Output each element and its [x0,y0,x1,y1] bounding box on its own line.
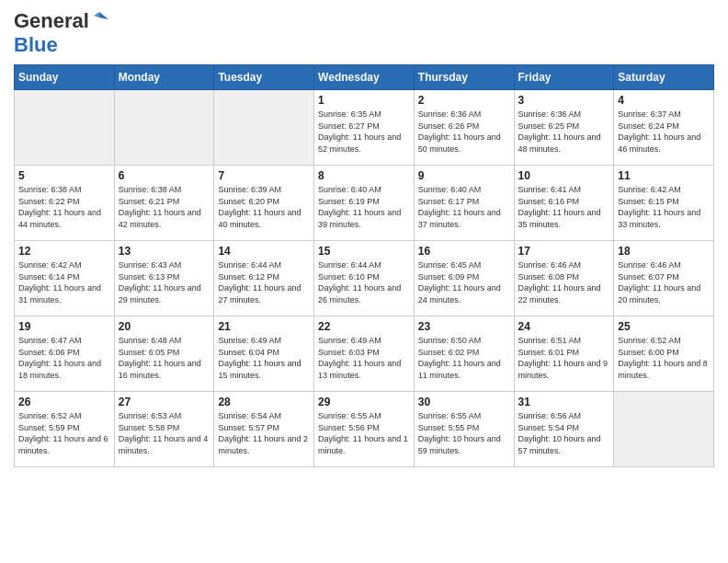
sunrise-text: Sunrise: 6:44 AM [218,259,310,271]
sunrise-text: Sunrise: 6:40 AM [418,184,510,196]
sunset-text: Sunset: 6:01 PM [518,347,610,359]
daylight-text: Daylight: 11 hours and 20 minutes. [618,282,710,305]
calendar-cell: 21Sunrise: 6:49 AMSunset: 6:04 PMDayligh… [214,316,314,392]
sunrise-text: Sunrise: 6:37 AM [618,109,710,121]
sunset-text: Sunset: 6:00 PM [618,347,710,359]
calendar-cell: 5Sunrise: 6:38 AMSunset: 6:22 PMDaylight… [15,166,115,241]
daylight-text: Daylight: 11 hours and 8 minutes. [618,358,710,381]
daylight-text: Daylight: 10 hours and 57 minutes. [518,433,610,456]
sunrise-text: Sunrise: 6:36 AM [518,109,610,121]
sunrise-text: Sunrise: 6:45 AM [418,259,510,271]
daylight-text: Daylight: 11 hours and 26 minutes. [318,282,410,305]
day-info: Sunrise: 6:45 AMSunset: 6:09 PMDaylight:… [418,259,510,305]
day-number: 29 [318,396,410,408]
day-number: 4 [618,94,710,107]
day-number: 14 [218,245,310,258]
day-number: 6 [119,169,210,182]
day-info: Sunrise: 6:55 AMSunset: 5:55 PMDaylight:… [418,410,510,456]
day-info: Sunrise: 6:53 AMSunset: 5:58 PMDaylight:… [119,410,210,456]
day-info: Sunrise: 6:40 AMSunset: 6:19 PMDaylight:… [318,184,410,230]
sunset-text: Sunset: 6:04 PM [218,347,310,359]
col-friday: Friday [514,65,614,90]
sunset-text: Sunset: 5:56 PM [318,422,410,434]
sunset-text: Sunset: 6:22 PM [18,196,110,208]
daylight-text: Daylight: 11 hours and 50 minutes. [418,132,510,155]
daylight-text: Daylight: 11 hours and 13 minutes. [318,358,410,381]
day-number: 1 [318,94,410,107]
daylight-text: Daylight: 11 hours and 39 minutes. [318,207,410,230]
sunset-text: Sunset: 5:58 PM [119,422,210,434]
calendar-week-row: 12Sunrise: 6:42 AMSunset: 6:14 PMDayligh… [15,241,714,316]
sunset-text: Sunset: 5:55 PM [418,422,510,434]
daylight-text: Daylight: 11 hours and 11 minutes. [418,358,510,381]
sunrise-text: Sunrise: 6:52 AM [18,410,110,422]
day-info: Sunrise: 6:35 AMSunset: 6:27 PMDaylight:… [318,109,410,155]
day-info: Sunrise: 6:46 AMSunset: 6:08 PMDaylight:… [518,259,610,305]
sunset-text: Sunset: 5:59 PM [18,422,110,434]
day-number: 5 [18,169,110,182]
sunset-text: Sunset: 6:07 PM [618,271,710,283]
day-info: Sunrise: 6:44 AMSunset: 6:12 PMDaylight:… [218,259,310,305]
calendar-cell: 3Sunrise: 6:36 AMSunset: 6:25 PMDaylight… [514,90,614,166]
sunset-text: Sunset: 6:27 PM [318,121,410,132]
day-info: Sunrise: 6:47 AMSunset: 6:06 PMDaylight:… [18,335,110,381]
day-info: Sunrise: 6:46 AMSunset: 6:07 PMDaylight:… [618,259,710,305]
day-info: Sunrise: 6:38 AMSunset: 6:21 PMDaylight:… [119,184,210,230]
day-number: 20 [119,320,210,333]
sunrise-text: Sunrise: 6:35 AM [318,109,410,121]
sunset-text: Sunset: 6:14 PM [18,271,110,283]
day-info: Sunrise: 6:51 AMSunset: 6:01 PMDaylight:… [518,335,610,381]
day-number: 12 [18,245,110,258]
daylight-text: Daylight: 11 hours and 4 minutes. [119,433,210,456]
sunset-text: Sunset: 6:08 PM [518,271,610,283]
day-info: Sunrise: 6:48 AMSunset: 6:05 PMDaylight:… [119,335,210,381]
day-info: Sunrise: 6:49 AMSunset: 6:03 PMDaylight:… [318,335,410,381]
daylight-text: Daylight: 11 hours and 42 minutes. [119,207,210,230]
sunset-text: Sunset: 6:17 PM [418,196,510,208]
day-number: 16 [418,245,510,258]
sunrise-text: Sunrise: 6:36 AM [418,109,510,121]
day-info: Sunrise: 6:42 AMSunset: 6:15 PMDaylight:… [618,184,710,230]
sunset-text: Sunset: 6:20 PM [218,196,310,208]
calendar-cell: 20Sunrise: 6:48 AMSunset: 6:05 PMDayligh… [114,316,214,392]
daylight-text: Daylight: 11 hours and 1 minute. [318,433,410,456]
day-number: 8 [318,169,410,182]
calendar-cell: 2Sunrise: 6:36 AMSunset: 6:26 PMDaylight… [414,90,514,166]
sunrise-text: Sunrise: 6:52 AM [618,335,710,347]
calendar-header-row: Sunday Monday Tuesday Wednesday Thursday… [15,65,714,90]
calendar-cell [214,90,314,166]
day-number: 30 [418,396,510,408]
calendar-cell [614,392,714,467]
logo-general-text: General [14,9,89,33]
logo-blue-text: Blue [14,33,58,56]
sunrise-text: Sunrise: 6:50 AM [418,335,510,347]
calendar-cell: 25Sunrise: 6:52 AMSunset: 6:00 PMDayligh… [614,316,714,392]
col-sunday: Sunday [15,65,115,90]
sunset-text: Sunset: 6:15 PM [618,196,710,208]
day-number: 11 [618,169,710,182]
sunrise-text: Sunrise: 6:55 AM [318,410,410,422]
sunset-text: Sunset: 6:09 PM [418,271,510,283]
daylight-text: Daylight: 11 hours and 24 minutes. [418,282,510,305]
sunset-text: Sunset: 6:21 PM [119,196,210,208]
page-header: General Blue [14,9,714,57]
sunrise-text: Sunrise: 6:44 AM [318,259,410,271]
daylight-text: Daylight: 11 hours and 52 minutes. [318,132,410,155]
calendar-cell: 31Sunrise: 6:56 AMSunset: 5:54 PMDayligh… [514,392,614,467]
day-number: 2 [418,94,510,107]
day-info: Sunrise: 6:37 AMSunset: 6:24 PMDaylight:… [618,109,710,155]
day-number: 19 [18,320,110,333]
day-info: Sunrise: 6:40 AMSunset: 6:17 PMDaylight:… [418,184,510,230]
sunrise-text: Sunrise: 6:53 AM [119,410,210,422]
day-number: 13 [119,245,210,258]
daylight-text: Daylight: 11 hours and 29 minutes. [119,282,210,305]
sunrise-text: Sunrise: 6:46 AM [618,259,710,271]
sunrise-text: Sunrise: 6:38 AM [119,184,210,196]
calendar-cell: 6Sunrise: 6:38 AMSunset: 6:21 PMDaylight… [114,166,214,241]
day-info: Sunrise: 6:38 AMSunset: 6:22 PMDaylight:… [18,184,110,230]
calendar-cell: 19Sunrise: 6:47 AMSunset: 6:06 PMDayligh… [15,316,115,392]
calendar-cell [15,90,115,166]
sunrise-text: Sunrise: 6:42 AM [618,184,710,196]
daylight-text: Daylight: 11 hours and 22 minutes. [518,282,610,305]
day-number: 27 [119,396,210,408]
